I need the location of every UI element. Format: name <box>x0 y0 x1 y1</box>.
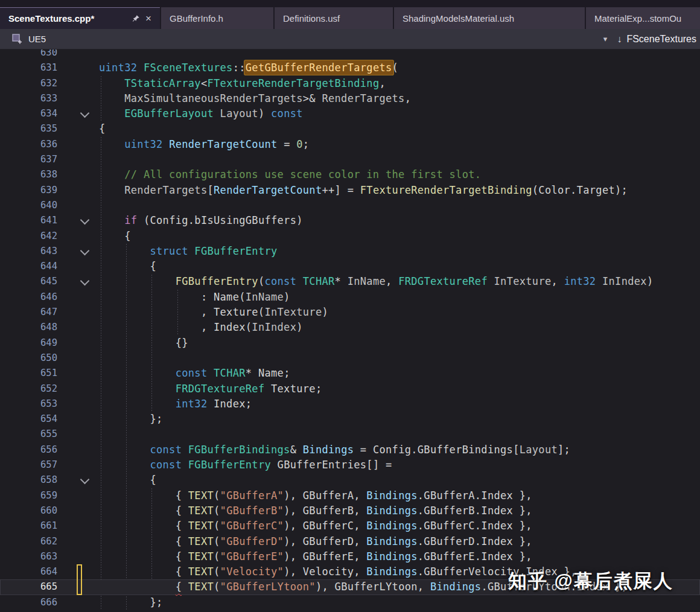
line-number[interactable]: 662 <box>0 534 57 549</box>
fold-margin <box>57 121 99 136</box>
line-number[interactable]: 661 <box>0 518 57 534</box>
close-icon[interactable]: × <box>145 14 151 24</box>
code-line[interactable]: 658 { <box>0 473 700 488</box>
tab-shadingmodelsmaterial[interactable]: ShadingModelsMaterial.ush <box>394 7 585 29</box>
code-line[interactable]: 662 { TEXT("GBufferD"), GBufferD, Bindin… <box>0 534 700 549</box>
line-number[interactable]: 645 <box>0 274 57 289</box>
code-line[interactable]: 666 }; <box>0 595 700 610</box>
code-line[interactable]: 650 <box>0 351 700 366</box>
line-number[interactable]: 658 <box>0 473 57 488</box>
code-line[interactable]: 653 int32 Index; <box>0 397 700 412</box>
code-line[interactable]: 632 TStaticArray<FTextureRenderTargetBin… <box>0 76 700 91</box>
line-number[interactable]: 666 <box>0 595 57 610</box>
code-line[interactable]: 641 if (Config.bIsUsingGBuffers) <box>0 213 700 228</box>
fold-chevron-icon[interactable] <box>80 276 90 286</box>
line-number[interactable]: 644 <box>0 259 57 274</box>
line-number[interactable]: 632 <box>0 76 57 91</box>
line-number[interactable]: 640 <box>0 198 57 213</box>
line-number[interactable]: 636 <box>0 137 57 152</box>
code-line[interactable]: 659 { TEXT("GBufferA"), GBufferA, Bindin… <box>0 488 700 503</box>
fold-chevron-icon[interactable] <box>80 109 90 118</box>
line-number[interactable]: 654 <box>0 412 57 427</box>
pin-icon[interactable] <box>132 14 140 22</box>
code-line[interactable]: 661 { TEXT("GBufferC"), GBufferC, Bindin… <box>0 518 700 534</box>
code-line[interactable]: 660 { TEXT("GBufferB"), GBufferB, Bindin… <box>0 503 700 518</box>
fold-margin <box>57 106 99 121</box>
code-text: // All configurations use scene color in… <box>99 167 700 182</box>
code-line[interactable]: 647 , Texture(InTexture) <box>0 305 700 320</box>
line-number[interactable]: 657 <box>0 457 57 473</box>
code-line[interactable]: 657 const FGBufferEntry GBufferEntries[]… <box>0 457 700 473</box>
code-line[interactable]: 642 { <box>0 229 700 244</box>
line-number[interactable]: 639 <box>0 183 57 198</box>
code-line[interactable]: 652 FRDGTextureRef Texture; <box>0 381 700 397</box>
line-number[interactable]: 664 <box>0 564 57 579</box>
line-number[interactable]: 642 <box>0 229 57 244</box>
code-text: FGBufferEntry(const TCHAR* InName, FRDGT… <box>99 274 700 289</box>
goto-symbol-dropdown[interactable]: ↓ FSceneTextures <box>617 34 696 45</box>
line-number[interactable]: 649 <box>0 336 57 351</box>
line-number[interactable]: 651 <box>0 366 57 381</box>
code-line[interactable]: 638 // All configurations use scene colo… <box>0 167 700 182</box>
code-line[interactable]: 640 <box>0 198 700 213</box>
line-number[interactable]: 665 <box>0 579 57 594</box>
fold-margin <box>57 49 99 60</box>
line-number[interactable]: 659 <box>0 488 57 503</box>
line-number[interactable]: 646 <box>0 290 57 305</box>
tab-gbufferinfo[interactable]: GBufferInfo.h <box>161 7 273 29</box>
code-line[interactable]: 648 , Index(InIndex) <box>0 320 700 335</box>
line-number[interactable]: 653 <box>0 397 57 412</box>
code-line[interactable]: 654 }; <box>0 412 700 427</box>
line-number[interactable]: 641 <box>0 213 57 228</box>
line-number[interactable]: 648 <box>0 320 57 335</box>
code-line[interactable]: 646 : Name(InName) <box>0 290 700 305</box>
fold-chevron-icon[interactable] <box>80 246 90 256</box>
fold-margin <box>57 76 99 91</box>
fold-chevron-icon[interactable] <box>80 475 90 485</box>
line-number[interactable]: 655 <box>0 427 57 442</box>
code-line[interactable]: 651 const TCHAR* Name; <box>0 366 700 381</box>
line-number[interactable]: 647 <box>0 305 57 320</box>
code-area[interactable]: 630631uint32 FSceneTextures::GetGBufferR… <box>0 49 700 612</box>
code-text: EGBufferLayout Layout) const <box>99 106 700 121</box>
line-number[interactable]: 656 <box>0 442 57 457</box>
line-number[interactable]: 638 <box>0 167 57 182</box>
code-line[interactable]: 663 { TEXT("GBufferE"), GBufferE, Bindin… <box>0 549 700 564</box>
line-number[interactable]: 635 <box>0 121 57 136</box>
tab-scenetextures[interactable]: SceneTextures.cpp* × <box>0 7 160 29</box>
code-line[interactable]: 637 <box>0 152 700 167</box>
tab-materialexpression[interactable]: MaterialExp...stomOu <box>586 7 700 29</box>
line-number[interactable]: 637 <box>0 152 57 167</box>
code-line[interactable]: 631uint32 FSceneTextures::GetGBufferRend… <box>0 60 700 75</box>
code-line[interactable]: 633 MaxSimultaneousRenderTargets>& Rende… <box>0 91 700 106</box>
code-line[interactable]: 656 const FGBufferBindings& Bindings = C… <box>0 442 700 457</box>
code-line[interactable]: 639 RenderTargets[RenderTargetCount++] =… <box>0 183 700 198</box>
tab-definitions[interactable]: Definitions.usf <box>275 7 393 29</box>
code-line[interactable]: 630 <box>0 49 700 60</box>
line-number[interactable]: 633 <box>0 91 57 106</box>
code-line[interactable]: 634 EGBufferLayout Layout) const <box>0 106 700 121</box>
line-number[interactable]: 634 <box>0 106 57 121</box>
line-number[interactable]: 643 <box>0 244 57 259</box>
fold-chevron-icon[interactable] <box>80 215 90 225</box>
code-text: const FGBufferBindings& Bindings = Confi… <box>99 442 700 457</box>
code-line[interactable]: 645 FGBufferEntry(const TCHAR* InName, F… <box>0 274 700 289</box>
line-number[interactable]: 631 <box>0 60 57 75</box>
scope-dropdown[interactable]: UE5 <box>28 34 46 44</box>
code-text: { <box>99 473 700 488</box>
line-number[interactable]: 652 <box>0 381 57 397</box>
dropdown-chevron-icon[interactable]: ▾ <box>603 34 608 43</box>
code-line[interactable]: 635{ <box>0 121 700 136</box>
code-line[interactable]: 644 { <box>0 259 700 274</box>
fold-margin <box>57 336 99 351</box>
line-number[interactable]: 650 <box>0 351 57 366</box>
code-text: { <box>99 229 700 244</box>
code-line[interactable]: 636 uint32 RenderTargetCount = 0; <box>0 137 700 152</box>
line-number[interactable]: 660 <box>0 503 57 518</box>
code-line[interactable]: 643 struct FGBufferEntry <box>0 244 700 259</box>
code-line[interactable]: 655 <box>0 427 700 442</box>
line-number[interactable]: 630 <box>0 49 57 60</box>
code-line[interactable]: 649 {} <box>0 336 700 351</box>
code-text: , Texture(InTexture) <box>99 305 700 320</box>
line-number[interactable]: 663 <box>0 549 57 564</box>
